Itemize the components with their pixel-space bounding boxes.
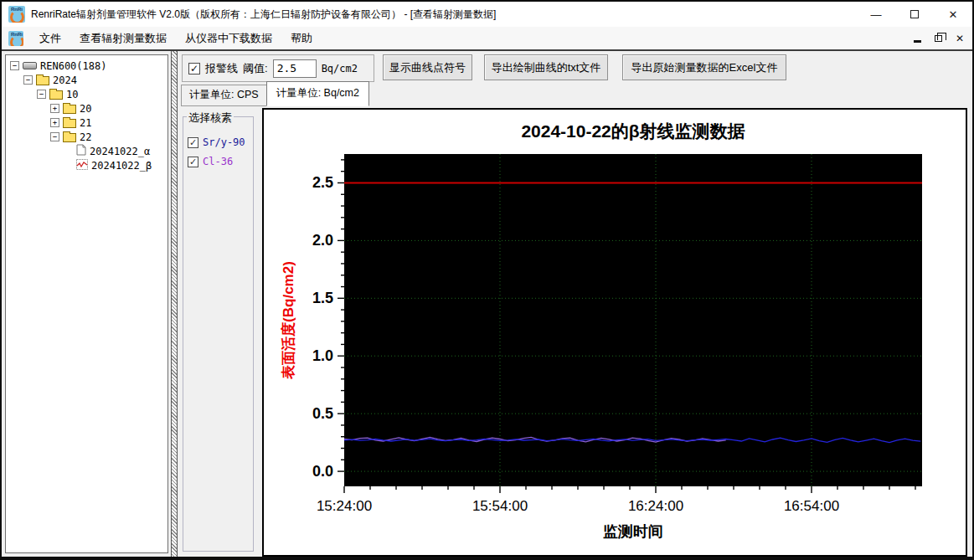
mdi-child-icon[interactable]: RnRi xyxy=(8,31,23,46)
nuclide-item: ✓Sr/y-90 xyxy=(188,136,253,148)
export-raw-excel-button[interactable]: 导出原始测量数据的Excel文件 xyxy=(622,54,786,80)
tree-item-label: 20241022_α xyxy=(90,146,150,157)
svg-text:15:24:00: 15:24:00 xyxy=(317,498,372,514)
export-curve-txt-button[interactable]: 导出绘制曲线的txt文件 xyxy=(484,54,608,80)
tree-item-label: REN600(188) xyxy=(40,60,106,72)
menu-download-from-instrument[interactable]: 从仪器中下载数据 xyxy=(176,28,281,49)
tree-expander-icon[interactable]: − xyxy=(50,132,59,141)
tab-unit-bqcm2[interactable]: 计量单位: Bq/cm2 xyxy=(266,81,369,106)
device-icon xyxy=(23,62,37,69)
tree-item[interactable]: +21 xyxy=(6,116,167,130)
threshold-input[interactable] xyxy=(273,59,317,78)
tree-item[interactable]: −REN600(188) xyxy=(6,59,167,73)
alarm-line-group: ✓ 报警线 阈值: Bq/cm2 xyxy=(182,54,374,82)
svg-text:2.0: 2.0 xyxy=(312,232,333,249)
tree-item[interactable]: −22 xyxy=(6,130,167,144)
svg-text:0.5: 0.5 xyxy=(312,405,333,422)
maximize-button[interactable] xyxy=(895,2,934,27)
y-axis-title: 表面活度(Bq/cm2) xyxy=(279,216,298,425)
tree-item[interactable]: −2024 xyxy=(6,73,167,87)
mdi-restore-icon[interactable] xyxy=(935,35,942,42)
tree-item-label: 10 xyxy=(66,89,78,100)
tree-expander-icon[interactable]: − xyxy=(10,61,19,70)
nuclide-select-panel: 选择核素 ✓Sr/y-90✓Cl-36 xyxy=(183,116,254,552)
svg-text:16:54:00: 16:54:00 xyxy=(784,498,839,514)
menu-view-measurement-data[interactable]: 查看辐射测量数据 xyxy=(70,28,176,49)
folder-icon xyxy=(49,90,63,100)
svg-text:1.0: 1.0 xyxy=(312,347,333,364)
client-area: −REN600(188)−2024−10+20+21−2220241022_α2… xyxy=(2,49,972,558)
tree-expander-icon[interactable]: + xyxy=(50,104,59,113)
tree-item-label: 21 xyxy=(80,117,91,129)
svg-text:1.5: 1.5 xyxy=(312,290,333,306)
title-bar: RnRi RenriRate辐射剂量管理软件 V2.0版（版权所有：上海仁日辐射… xyxy=(2,2,972,27)
threshold-label: 阈值: xyxy=(243,61,268,76)
mdi-window-controls: ✕ xyxy=(914,33,964,44)
app-icon: RnRi xyxy=(8,6,25,23)
window-controls: — ✕ xyxy=(857,2,972,27)
tree-item[interactable]: 20241022_α xyxy=(6,144,167,158)
tree-item[interactable]: −10 xyxy=(6,87,167,101)
threshold-unit-label: Bq/cm2 xyxy=(322,63,358,74)
nuclide-item: ✓Cl-36 xyxy=(188,156,253,167)
tree-expander-icon[interactable]: − xyxy=(37,90,46,99)
document-icon xyxy=(76,144,86,158)
mdi-close-icon[interactable]: ✕ xyxy=(956,33,964,44)
tree-item-label: 20 xyxy=(80,103,91,115)
folder-icon xyxy=(36,76,49,85)
content-panel: ✓ 报警线 阈值: Bq/cm2 显示曲线点符号 导出绘制曲线的txt文件 导出… xyxy=(180,53,971,557)
svg-text:15:54:00: 15:54:00 xyxy=(472,498,528,514)
nuclide-checkbox[interactable]: ✓ xyxy=(188,157,198,167)
show-curve-points-button[interactable]: 显示曲线点符号 xyxy=(383,54,472,80)
nuclide-checkbox[interactable]: ✓ xyxy=(188,137,198,148)
folder-icon xyxy=(63,133,76,142)
chart-plot-area: 15:24:0015:54:0016:24:0016:54:000.00.51.… xyxy=(264,110,969,558)
x-axis-title: 监测时间 xyxy=(344,521,922,542)
minimize-button[interactable]: — xyxy=(857,2,895,27)
nuclide-panel-title: 选择核素 xyxy=(187,110,234,126)
svg-text:16:24:00: 16:24:00 xyxy=(628,498,683,514)
nuclide-label: Cl-36 xyxy=(203,156,233,167)
app-window: RnRi RenriRate辐射剂量管理软件 V2.0版（版权所有：上海仁日辐射… xyxy=(0,0,974,560)
tree-item-label: 22 xyxy=(80,131,91,143)
tab-unit-cps[interactable]: 计量单位: CPS xyxy=(181,85,267,106)
tree-expander-icon[interactable]: − xyxy=(23,75,33,85)
menu-help[interactable]: 帮助 xyxy=(281,28,322,49)
chart-file-icon xyxy=(76,159,88,172)
tree-expander-icon[interactable]: + xyxy=(50,118,59,127)
svg-text:0.0: 0.0 xyxy=(312,463,333,480)
window-title: RenriRate辐射剂量管理软件 V2.0版（版权所有：上海仁日辐射防护设备有… xyxy=(31,8,496,22)
nuclide-label: Sr/y-90 xyxy=(203,136,245,148)
tree-item[interactable]: +20 xyxy=(6,101,167,116)
monitoring-chart: 2024-10-22的β射线监测数据 15:24:0015:54:0016:24… xyxy=(262,108,967,557)
close-button[interactable]: ✕ xyxy=(934,2,972,27)
svg-text:2.5: 2.5 xyxy=(312,174,333,191)
tree-item[interactable]: 20241022_β xyxy=(6,158,167,172)
panel-splitter[interactable] xyxy=(171,51,178,558)
maximize-icon xyxy=(910,10,919,18)
menu-file[interactable]: 文件 xyxy=(30,28,70,49)
file-tree: −REN600(188)−2024−10+20+21−2220241022_α2… xyxy=(5,54,168,553)
folder-icon xyxy=(63,119,76,128)
alarm-line-checkbox[interactable]: ✓ xyxy=(188,63,200,74)
folder-icon xyxy=(63,105,76,114)
alarm-line-label: 报警线 xyxy=(205,61,238,76)
mdi-minimize-icon[interactable] xyxy=(914,40,921,43)
unit-tabstrip: 计量单位: CPS 计量单位: Bq/cm2 xyxy=(181,84,369,106)
tree-item-label: 2024 xyxy=(53,74,77,86)
tree-item-label: 20241022_β xyxy=(91,160,152,172)
menu-bar: RnRi 文件 查看辐射测量数据 从仪器中下载数据 帮助 ✕ xyxy=(2,27,972,49)
